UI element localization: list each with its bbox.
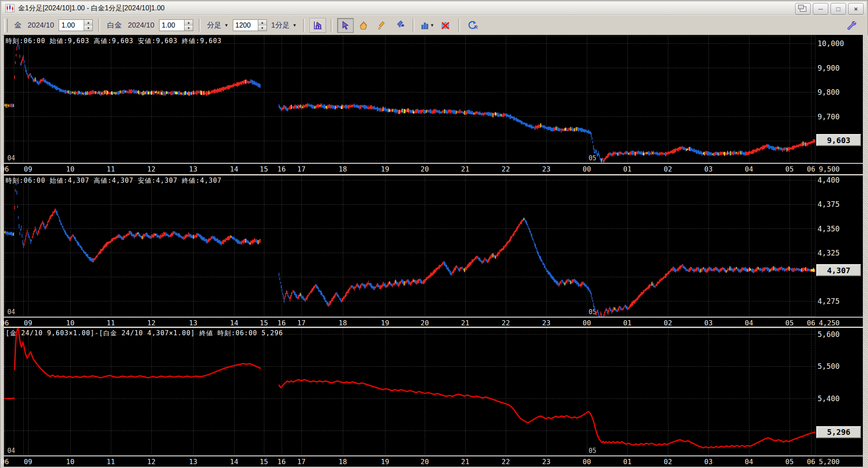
bar-count-value[interactable]: 1200	[233, 19, 258, 31]
time-tick-label: 16	[274, 319, 289, 327]
spinner-down-icon[interactable]: ▼	[258, 25, 266, 31]
spinner-down-icon[interactable]: ▼	[84, 25, 92, 31]
svg-text:R: R	[474, 25, 478, 30]
price-tick-label: 9,800	[818, 88, 840, 97]
float-window-button[interactable]	[795, 3, 811, 15]
spread-chart-plot[interactable]: 0405	[4, 328, 815, 456]
platinum-multiplier-spinner[interactable]: 1.00 ▲ ▼	[159, 19, 193, 31]
axis-min-price-label: 5,200	[819, 458, 840, 466]
platinum-chart-plot[interactable]: 0405	[4, 175, 815, 317]
time-tick-label: 05	[782, 165, 797, 173]
chart-type-dropdown-button[interactable]: ▼	[419, 18, 436, 33]
time-tick-label: 05	[782, 319, 797, 327]
time-tick-label: 02	[661, 165, 675, 173]
chart-cursor-icon	[313, 21, 323, 30]
time-tick-label: 06	[0, 319, 12, 327]
pencil-draw-button[interactable]	[373, 18, 390, 33]
candlestick-app-icon	[5, 4, 15, 12]
toolbar-separator	[413, 19, 414, 32]
time-tick-label: 09	[21, 319, 35, 327]
platinum-contract-month: 2024/10	[128, 21, 154, 30]
gold-multiplier-spinner[interactable]: 1.00 ▲ ▼	[59, 19, 93, 31]
timeframe-label: 1分足	[271, 20, 290, 30]
spinner-up-icon[interactable]: ▲	[185, 20, 193, 25]
timeframe-dropdown[interactable]: 1分足 ▼	[271, 20, 297, 30]
toolbar: 金 2024/10 1.00 ▲ ▼ 白金 2024/10 1.00 ▲ ▼ 分…	[2, 15, 866, 35]
spread-time-axis: 0609101112131415161718192021222300010203…	[4, 456, 863, 467]
time-tick-label: 03	[701, 458, 716, 466]
time-tick-label: 22	[498, 165, 513, 173]
svg-text:04: 04	[7, 447, 15, 455]
time-tick-label: 20	[417, 165, 432, 173]
time-tick-label: 13	[186, 319, 201, 327]
time-tick-label: 11	[103, 165, 118, 173]
time-tick-label: 18	[335, 165, 350, 173]
spinner-up-icon[interactable]: ▲	[84, 20, 92, 25]
time-tick-label: 03	[701, 165, 716, 173]
price-tick-label: 9,900	[818, 64, 840, 72]
gold-multiplier-value[interactable]: 1.00	[59, 19, 84, 31]
hand-pan-button[interactable]	[355, 18, 372, 33]
price-tick-label: 5,500	[818, 362, 840, 371]
time-tick-label: 01	[620, 319, 635, 327]
time-tick-label: 12	[144, 319, 159, 327]
time-tick-label: 16	[274, 165, 289, 173]
title-bar[interactable]: 金1分足[2024/10]1.00 - 白金1分足[2024/10]1.00 ─…	[2, 2, 866, 15]
time-tick-label: 10	[63, 319, 78, 327]
app-window: 金1分足[2024/10]1.00 - 白金1分足[2024/10]1.00 ─…	[0, 0, 868, 468]
toolbar-grip[interactable]	[4, 19, 8, 32]
platinum-multiplier-value[interactable]: 1.00	[159, 19, 184, 31]
time-tick-label: 17	[294, 458, 309, 466]
chart-cursor-mode-button[interactable]	[310, 18, 326, 33]
dropdown-arrow-icon: ▼	[292, 23, 297, 28]
time-tick-label: 01	[620, 458, 635, 466]
time-tick-label: 19	[378, 458, 392, 466]
dropdown-arrow-icon: ▼	[224, 23, 229, 28]
select-tool-button[interactable]	[337, 18, 354, 33]
time-tick-label: 04	[742, 165, 756, 173]
time-tick-label: 22	[498, 458, 513, 466]
time-tick-label: 18	[335, 458, 350, 466]
spinner-down-icon[interactable]: ▼	[185, 25, 193, 31]
time-tick-label: 10	[63, 165, 78, 173]
price-tick-label: 9,700	[818, 112, 840, 121]
time-tick-label: 23	[539, 165, 554, 173]
bar-count-spinner[interactable]: 1200 ▲ ▼	[233, 19, 267, 31]
chart-delete-button[interactable]	[437, 18, 454, 33]
time-tick-label: 21	[458, 319, 473, 327]
time-tick-label: 02	[661, 319, 675, 327]
time-tick-label: 23	[539, 319, 554, 327]
hand-pan-icon	[359, 21, 368, 30]
time-tick-label: 12	[144, 165, 159, 173]
platinum-label: 白金	[107, 20, 122, 30]
price-tick-label: 5,400	[818, 394, 840, 403]
price-tick-label: 4,375	[818, 200, 840, 209]
time-tick-label: 03	[701, 319, 716, 327]
gold-chart-plot[interactable]: 0405	[4, 36, 815, 163]
marker-crosshair-button[interactable]	[392, 18, 408, 33]
time-tick-label: 15	[257, 319, 271, 327]
time-tick-label: 11	[103, 319, 118, 327]
pencil-draw-icon	[377, 21, 386, 30]
chart-delete-icon	[441, 21, 450, 30]
time-tick-label: 02	[661, 458, 675, 466]
settings-wrench-button[interactable]	[844, 19, 859, 32]
wrench-settings-icon	[846, 20, 857, 31]
maximize-button[interactable]: □	[830, 3, 846, 15]
bar-type-dropdown[interactable]: 分足 ▼	[207, 20, 229, 30]
refresh-button[interactable]: R	[465, 18, 481, 33]
time-tick-label: 06	[804, 319, 818, 327]
gold-price-axis: 9,603 10,0009,9009,8009,700	[815, 36, 863, 163]
close-button[interactable]: ×	[848, 3, 864, 15]
time-tick-label: 18	[335, 319, 350, 327]
minimize-button[interactable]: ─	[813, 3, 828, 15]
time-tick-label: 10	[63, 458, 78, 466]
price-tick-label: 4,325	[818, 249, 840, 257]
svg-text:04: 04	[7, 308, 15, 316]
time-tick-label: 15	[257, 458, 271, 466]
spinner-up-icon[interactable]: ▲	[258, 20, 266, 25]
time-tick-label: 21	[458, 165, 473, 173]
time-tick-label: 00	[580, 319, 594, 327]
svg-text:05: 05	[589, 154, 596, 162]
gold-time-axis: 0609101112131415161718192021222300010203…	[4, 163, 863, 174]
